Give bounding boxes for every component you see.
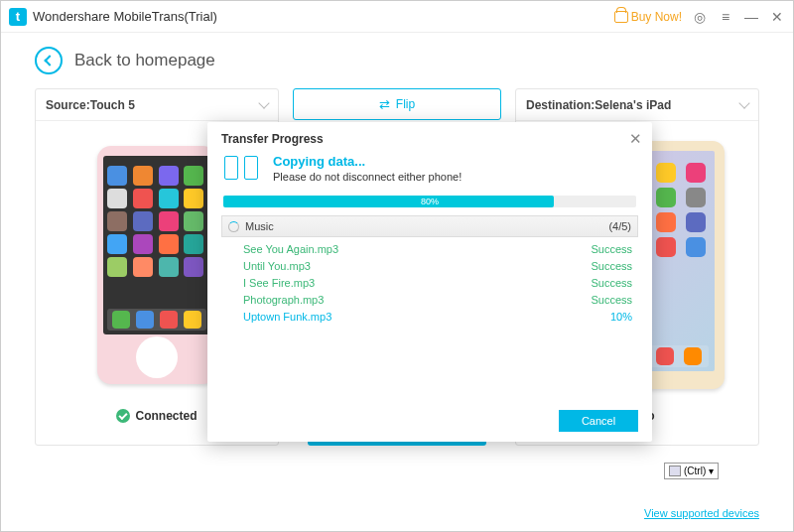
flip-icon: ⇄ <box>379 97 390 112</box>
category-header: Music (4/5) <box>221 215 638 237</box>
file-status: Success <box>591 292 632 309</box>
file-status: 10% <box>610 309 632 326</box>
file-status: Success <box>591 241 632 258</box>
destination-header[interactable]: Destination: Selena's iPad <box>516 89 758 121</box>
chevron-down-icon <box>738 97 749 108</box>
file-row: I See Fire.mp3Success <box>243 275 632 292</box>
app-title: Wondershare MobileTrans(Trial) <box>33 9 217 24</box>
phone-transfer-icon <box>221 154 261 184</box>
menu-icon[interactable]: ≡ <box>718 9 733 25</box>
minimize-button[interactable]: — <box>743 9 759 25</box>
file-name: Until You.mp3 <box>243 258 311 275</box>
titlebar: t Wondershare MobileTrans(Trial) Buy Now… <box>1 1 793 33</box>
file-row: Uptown Funk.mp310% <box>243 309 632 326</box>
ctrl-paste-tooltip[interactable]: (Ctrl) ▾ <box>664 463 719 479</box>
file-row: See You Again.mp3Success <box>243 241 632 258</box>
source-header[interactable]: Source: Touch 5 <box>36 89 278 121</box>
source-prefix: Source: <box>46 98 90 112</box>
cart-icon <box>614 11 628 23</box>
app-logo: t <box>9 8 27 26</box>
clipboard-icon <box>669 466 681 476</box>
destination-prefix: Destination: <box>526 98 595 112</box>
category-count: (4/5) <box>608 220 631 232</box>
back-button[interactable] <box>35 47 63 74</box>
flip-label: Flip <box>396 97 415 111</box>
progress-bar: 80% <box>223 196 636 207</box>
source-status-label: Connected <box>135 409 197 423</box>
file-status: Success <box>591 275 632 292</box>
back-label: Back to homepage <box>74 51 215 70</box>
flip-button[interactable]: ⇄ Flip <box>293 88 501 120</box>
check-icon <box>116 409 130 423</box>
ipod-device <box>97 146 216 384</box>
destination-name: Selena's iPad <box>595 98 671 112</box>
close-button[interactable]: ✕ <box>769 9 785 25</box>
back-row: Back to homepage <box>1 33 793 88</box>
file-row: Until You.mp3Success <box>243 258 632 275</box>
ctrl-label: (Ctrl) ▾ <box>684 466 714 476</box>
file-status: Success <box>591 258 632 275</box>
progress-fill <box>223 196 554 207</box>
file-name: Photograph.mp3 <box>243 292 324 309</box>
modal-title: Transfer Progress <box>221 132 638 146</box>
transfer-progress-modal: Transfer Progress ✕ Copying data... Plea… <box>207 122 652 442</box>
buy-label: Buy Now! <box>631 10 682 24</box>
copying-label: Copying data... <box>273 154 462 169</box>
file-name: See You Again.mp3 <box>243 241 338 258</box>
buy-now-button[interactable]: Buy Now! <box>614 10 682 24</box>
progress-percent: 80% <box>421 196 439 207</box>
feedback-icon[interactable]: ◎ <box>692 9 708 25</box>
source-name: Touch 5 <box>90 98 135 112</box>
file-name: Uptown Funk.mp3 <box>243 309 331 326</box>
file-row: Photograph.mp3Success <box>243 292 632 309</box>
modal-close-button[interactable]: ✕ <box>629 130 642 148</box>
cancel-button[interactable]: Cancel <box>559 410 638 432</box>
supported-devices-link[interactable]: View supported devices <box>644 507 759 519</box>
file-list: See You Again.mp3SuccessUntil You.mp3Suc… <box>221 237 638 328</box>
file-name: I See Fire.mp3 <box>243 275 315 292</box>
back-arrow-icon <box>44 55 55 66</box>
disconnect-warning: Please do not disconnect either phone! <box>273 171 462 183</box>
category-name: Music <box>245 220 274 232</box>
spinner-icon <box>228 221 239 232</box>
chevron-down-icon <box>258 97 269 108</box>
